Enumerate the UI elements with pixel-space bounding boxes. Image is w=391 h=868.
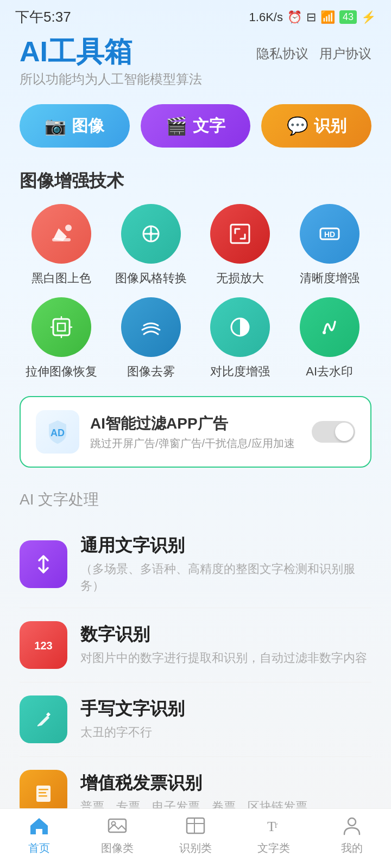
sharpen-icon-circle: HD: [300, 204, 360, 264]
image-feature-grid: 黑白图上色 图像风格转换 无损放大 HD: [0, 204, 391, 391]
nav-text-type[interactable]: T r 文字类: [235, 816, 313, 856]
ocr-general-title: 通用文字识别: [80, 534, 371, 558]
nav-text-icon: T r: [263, 816, 285, 838]
svg-point-5: [149, 232, 153, 235]
ad-filter-icon-wrap: AD: [36, 410, 79, 454]
ocr-handwrite-title: 手写文字识别: [80, 697, 185, 721]
ocr-general-icon: [20, 540, 67, 588]
list-item-ocr-general[interactable]: 通用文字识别 （多场景、多语种、高精度的整图文字检测和识别服务）: [20, 521, 371, 608]
svg-text:HD: HD: [324, 230, 335, 239]
ad-filter-content: AI智能过滤APP广告 跳过开屏广告/弹窗广告/干扰信息/应用加速: [90, 413, 301, 451]
ad-filter-card[interactable]: AD AI智能过滤APP广告 跳过开屏广告/弹窗广告/干扰信息/应用加速: [20, 396, 371, 468]
status-bar: 下午5:37 1.6K/s ⏰ ⊟ 📶 43 ⚡: [0, 0, 391, 31]
header-left: AI工具箱 所以功能均为人工智能模型算法: [20, 36, 202, 88]
privacy-link[interactable]: 隐私协议: [256, 45, 308, 62]
nav-recognize-icon: [185, 816, 206, 838]
svg-rect-9: [53, 319, 70, 335]
feature-style[interactable]: 图像风格转换: [109, 204, 193, 286]
nav-home-label: 首页: [28, 841, 50, 856]
nav-mine[interactable]: 我的: [313, 816, 391, 856]
feature-defog[interactable]: 图像去雾: [109, 297, 193, 380]
contrast-label: 对比度增强: [210, 363, 270, 380]
defog-icon-circle: [121, 297, 181, 357]
stretch-icon-circle: [31, 297, 91, 357]
image-cat-label: 图像: [72, 115, 104, 137]
enlarge-label: 无损放大: [216, 270, 264, 286]
ocr-number-icon: 123: [20, 621, 67, 669]
feature-colorize[interactable]: 黑白图上色: [20, 204, 104, 286]
battery-indicator: 43: [339, 10, 357, 24]
ocr-handwrite-desc: 太丑的字不行: [80, 724, 185, 741]
colorize-icon-circle: [31, 204, 91, 264]
list-item-ocr-number[interactable]: 123 数字识别 对图片中的数字进行提取和识别，自动过滤非数字内容: [20, 608, 371, 682]
svg-rect-0: [52, 238, 71, 241]
ad-filter-title: AI智能过滤APP广告: [90, 413, 301, 434]
ocr-general-content: 通用文字识别 （多场景、多语种、高精度的整图文字检测和识别服务）: [80, 534, 371, 595]
svg-rect-18: [109, 819, 126, 832]
ocr-general-desc: （多场景、多语种、高精度的整图文字检测和识别服务）: [80, 561, 371, 595]
network-speed: 1.6K/s: [249, 10, 283, 24]
charging-icon: ⚡: [361, 10, 376, 24]
defog-label: 图像去雾: [127, 363, 175, 380]
ad-filter-desc: 跳过开屏广告/弹窗广告/干扰信息/应用加速: [90, 436, 301, 451]
colorize-label: 黑白图上色: [31, 270, 91, 286]
ocr-number-desc: 对图片中的数字进行提取和识别，自动过滤非数字内容: [80, 650, 367, 667]
nav-text-label: 文字类: [257, 841, 290, 856]
ocr-handwrite-icon: [20, 695, 67, 743]
nav-home[interactable]: 首页: [0, 816, 78, 856]
recognize-cat-label: 识别: [314, 115, 346, 137]
nav-image-label: 图像类: [101, 841, 134, 856]
watermark-label: AI去水印: [306, 363, 353, 380]
svg-rect-15: [39, 789, 48, 790]
svg-rect-16: [39, 792, 46, 794]
svg-text:r: r: [275, 820, 278, 829]
nav-mine-icon: [341, 816, 363, 838]
image-cat-icon: 📷: [45, 116, 66, 136]
style-label: 图像风格转换: [115, 270, 187, 286]
svg-text:AD: AD: [51, 427, 65, 438]
feature-watermark[interactable]: AI去水印: [288, 297, 372, 380]
ocr-number-content: 数字识别 对图片中的数字进行提取和识别，自动过滤非数字内容: [80, 623, 367, 667]
text-cat-label: 文字: [193, 115, 225, 137]
recognize-cat-icon: 💬: [287, 116, 308, 136]
ad-filter-toggle[interactable]: [312, 421, 355, 443]
alarm-icon: ⏰: [287, 10, 302, 24]
enlarge-icon-circle: [210, 204, 270, 264]
feature-contrast[interactable]: 对比度增强: [198, 297, 282, 380]
list-item-ocr-handwrite[interactable]: 手写文字识别 太丑的字不行: [20, 682, 371, 757]
svg-rect-14: [36, 786, 51, 802]
ocr-number-title: 数字识别: [80, 623, 367, 647]
bottom-nav: 首页 图像类 识别类 T r 文字类: [0, 808, 391, 868]
stretch-label: 拉伸图像恢复: [26, 363, 97, 380]
category-image-button[interactable]: 📷 图像: [20, 104, 130, 148]
svg-point-24: [348, 818, 356, 826]
svg-rect-20: [187, 818, 204, 833]
ocr-invoice-title: 增值税发票识别: [80, 771, 307, 795]
header-links: 隐私协议 用户协议: [256, 36, 371, 62]
app-subtitle: 所以功能均为人工智能模型算法: [20, 71, 202, 88]
watermark-icon-circle: [300, 297, 360, 357]
svg-rect-6: [231, 225, 249, 243]
status-right: 1.6K/s ⏰ ⊟ 📶 43 ⚡: [249, 10, 376, 24]
svg-text:123: 123: [34, 640, 52, 652]
ai-text-section-title: AI 文字处理: [20, 484, 371, 521]
category-text-button[interactable]: 🎬 文字: [141, 104, 251, 148]
nav-image-type[interactable]: 图像类: [78, 816, 156, 856]
contrast-icon-circle: [210, 297, 270, 357]
app-header: AI工具箱 所以功能均为人工智能模型算法 隐私协议 用户协议: [0, 31, 391, 99]
user-agreement-link[interactable]: 用户协议: [319, 45, 371, 62]
category-recognize-button[interactable]: 💬 识别: [261, 104, 371, 148]
nav-recognize-type[interactable]: 识别类: [156, 816, 235, 856]
feature-stretch[interactable]: 拉伸图像恢复: [20, 297, 104, 380]
feature-sharpen[interactable]: HD 清晰度增强: [288, 204, 372, 286]
screen-icon: ⊟: [306, 10, 316, 24]
nav-recognize-label: 识别类: [179, 841, 212, 856]
nav-home-icon: [28, 816, 50, 838]
svg-point-1: [65, 225, 72, 231]
sharpen-label: 清晰度增强: [300, 270, 360, 286]
feature-enlarge[interactable]: 无损放大: [198, 204, 282, 286]
category-buttons: 📷 图像 🎬 文字 💬 识别: [0, 99, 391, 164]
app-title: AI工具箱: [20, 36, 202, 67]
ocr-handwrite-content: 手写文字识别 太丑的字不行: [80, 697, 185, 741]
wifi-icon: 📶: [320, 10, 335, 24]
